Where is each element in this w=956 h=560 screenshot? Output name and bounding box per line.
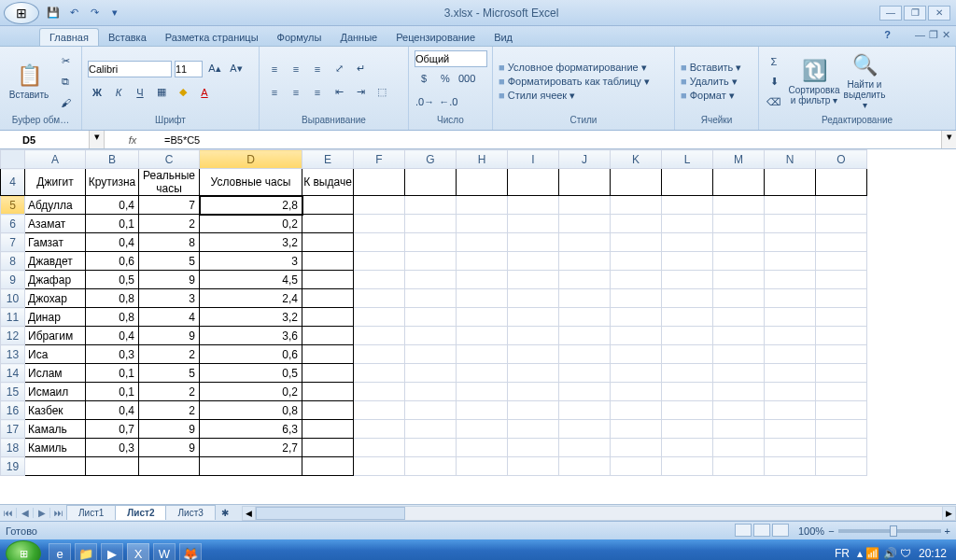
cell[interactable]: Джохар xyxy=(25,289,86,308)
cell[interactable] xyxy=(354,420,405,439)
cell[interactable] xyxy=(457,252,508,271)
cell[interactable]: 0,5 xyxy=(200,364,302,383)
inner-close-icon[interactable]: ✕ xyxy=(942,29,950,41)
cell[interactable] xyxy=(816,196,867,215)
row-header[interactable]: 11 xyxy=(1,308,25,327)
font-size-combo[interactable] xyxy=(175,61,203,77)
row-header[interactable]: 10 xyxy=(1,289,25,308)
indent-inc-icon[interactable]: ⇥ xyxy=(351,83,370,102)
cell[interactable]: 9 xyxy=(139,271,200,289)
insert-cells-button[interactable]: Вставить ▾ xyxy=(681,62,741,74)
fill-color-icon[interactable]: ◆ xyxy=(174,83,192,102)
paste-button[interactable]: 📋 Вставить xyxy=(6,63,52,100)
cell[interactable]: 4,5 xyxy=(200,271,302,289)
tab-pagelayout[interactable]: Разметка страницы xyxy=(156,29,268,46)
cell[interactable] xyxy=(765,252,816,271)
cell[interactable] xyxy=(611,271,662,289)
close-button[interactable]: ✕ xyxy=(928,6,950,21)
cell[interactable] xyxy=(354,401,405,420)
cell[interactable] xyxy=(611,401,662,420)
cell[interactable] xyxy=(302,383,354,401)
row-header[interactable]: 8 xyxy=(1,252,25,271)
cell[interactable] xyxy=(816,439,867,457)
tab-formulas[interactable]: Формулы xyxy=(268,29,331,46)
cell[interactable] xyxy=(611,345,662,364)
zoom-slider[interactable] xyxy=(838,529,941,533)
row-header[interactable]: 9 xyxy=(1,271,25,289)
cell[interactable]: 0,4 xyxy=(86,327,139,345)
cell[interactable] xyxy=(354,383,405,401)
cell[interactable] xyxy=(559,383,611,401)
cell[interactable] xyxy=(354,252,405,271)
cell[interactable] xyxy=(559,457,611,476)
cell[interactable]: 3,2 xyxy=(200,308,302,327)
cell[interactable] xyxy=(559,327,611,345)
cell[interactable] xyxy=(816,345,867,364)
cell[interactable] xyxy=(405,327,457,345)
new-sheet-icon[interactable]: ✱ xyxy=(216,504,234,523)
cell[interactable]: Ислам xyxy=(25,364,86,383)
cell[interactable]: Джигит xyxy=(25,169,86,196)
cell[interactable] xyxy=(86,457,139,476)
cell[interactable]: 6,3 xyxy=(200,420,302,439)
comma-icon[interactable]: 000 xyxy=(457,69,476,88)
cell[interactable] xyxy=(816,289,867,308)
formula-expand-icon[interactable]: ▾ xyxy=(941,131,956,148)
cell[interactable] xyxy=(354,457,405,476)
redo-icon[interactable]: ↷ xyxy=(86,5,103,21)
cell[interactable]: 3 xyxy=(200,252,302,271)
cell[interactable] xyxy=(765,289,816,308)
cell[interactable] xyxy=(662,364,713,383)
cell[interactable] xyxy=(662,327,713,345)
cell[interactable] xyxy=(559,308,611,327)
cell[interactable] xyxy=(559,196,611,215)
minimize-button[interactable]: — xyxy=(879,6,902,21)
cell[interactable] xyxy=(508,196,559,215)
cell[interactable]: Камаль xyxy=(25,420,86,439)
cell[interactable] xyxy=(713,233,765,252)
col-header-F[interactable]: F xyxy=(354,150,405,169)
cell[interactable] xyxy=(139,457,200,476)
cut-icon[interactable]: ✂ xyxy=(56,52,75,71)
cell[interactable]: Камиль xyxy=(25,439,86,457)
cell[interactable]: Казбек xyxy=(25,401,86,420)
cell[interactable] xyxy=(354,289,405,308)
cell[interactable]: 3 xyxy=(139,289,200,308)
cell[interactable] xyxy=(508,439,559,457)
cell[interactable] xyxy=(302,345,354,364)
cell[interactable] xyxy=(405,271,457,289)
cell[interactable] xyxy=(816,364,867,383)
col-header-B[interactable]: B xyxy=(86,150,139,169)
cell[interactable] xyxy=(611,215,662,233)
copy-icon[interactable]: ⧉ xyxy=(56,73,75,91)
zoom-in-icon[interactable]: + xyxy=(945,525,950,537)
row-header[interactable]: 5 xyxy=(1,196,25,215)
row-header[interactable]: 12 xyxy=(1,327,25,345)
cell[interactable]: 2 xyxy=(139,401,200,420)
cell[interactable] xyxy=(457,196,508,215)
row-header[interactable]: 15 xyxy=(1,383,25,401)
cell[interactable] xyxy=(508,364,559,383)
cell[interactable] xyxy=(611,233,662,252)
col-header-H[interactable]: H xyxy=(457,150,508,169)
sheet-nav-first-icon[interactable]: ⏮ xyxy=(0,508,17,518)
cell[interactable] xyxy=(508,169,559,196)
cell[interactable] xyxy=(816,271,867,289)
dec-decimal-icon[interactable]: ←.0 xyxy=(438,92,458,111)
cell[interactable]: 2,8 xyxy=(200,196,302,215)
cell[interactable] xyxy=(611,327,662,345)
cell[interactable] xyxy=(457,308,508,327)
cell[interactable]: Ибрагим xyxy=(25,327,86,345)
row-header[interactable]: 16 xyxy=(1,401,25,420)
tab-home[interactable]: Главная xyxy=(39,28,99,46)
cell[interactable] xyxy=(457,289,508,308)
cell[interactable] xyxy=(816,457,867,476)
col-header-O[interactable]: O xyxy=(816,150,867,169)
tray-lang[interactable]: FR xyxy=(835,547,850,560)
cell[interactable] xyxy=(302,196,354,215)
cell[interactable] xyxy=(302,401,354,420)
cell[interactable]: 0,4 xyxy=(86,401,139,420)
cell[interactable] xyxy=(662,289,713,308)
cell[interactable] xyxy=(713,271,765,289)
cell[interactable] xyxy=(354,233,405,252)
